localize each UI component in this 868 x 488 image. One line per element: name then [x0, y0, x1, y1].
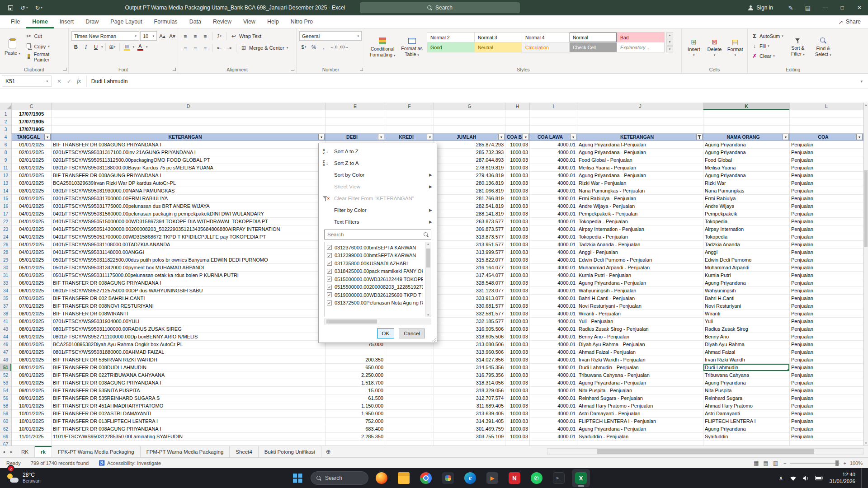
cell-I28[interactable]: 4000.01	[530, 249, 577, 256]
bold-button[interactable]: B	[71, 42, 80, 52]
cell-G58[interactable]: 311.689.405	[434, 402, 505, 410]
row-header-62[interactable]: 62	[0, 425, 12, 433]
row-header-3[interactable]: 3	[0, 126, 12, 133]
cell-L41[interactable]: Penjualan	[790, 318, 863, 325]
cell-K59[interactable]: Astri Damayanti	[703, 410, 790, 418]
cell-K44[interactable]: Benny Ario	[703, 333, 790, 341]
cell-L17[interactable]: Penjualan	[790, 210, 863, 218]
menu-item-sort-a-to-z[interactable]: AZ↓Sort A to Z	[319, 145, 437, 157]
maximize-button[interactable]: □	[834, 0, 851, 15]
filter-value-item[interactable]: ✓0318425000.00pack mamikeki FANY OK	[327, 267, 423, 276]
menu-item-sort-z-to-a[interactable]: ZA↓Sort Z to A	[319, 157, 437, 169]
row-header-60[interactable]: 60	[0, 418, 12, 425]
cell-J29[interactable]: Edwin Dedi Purnomo - Penjualan	[577, 256, 703, 264]
checkbox-checked[interactable]: ✓	[327, 292, 332, 297]
taskbar-icon-edge[interactable]: e	[461, 469, 479, 487]
cell-G29[interactable]: 315.822.077	[434, 256, 505, 264]
cell-K53[interactable]: Agung Priyandana	[703, 379, 790, 387]
cell-C43[interactable]: 08/01/2025	[12, 325, 52, 333]
taskbar-icon-media-player[interactable]: ▶	[483, 469, 501, 487]
cell-G6[interactable]: 285.874.293	[434, 141, 505, 149]
sign-in-button[interactable]: Sign in	[748, 5, 773, 11]
gallery-more-button[interactable]: ▼	[666, 46, 673, 52]
taskbar-icon-whatsapp[interactable]: ✆	[528, 469, 546, 487]
cell-I56[interactable]: 4000.01	[530, 394, 577, 402]
cell-L33[interactable]: Penjualan	[790, 279, 863, 287]
cell-L22[interactable]: Penjualan	[790, 218, 863, 225]
cell-H58[interactable]: 1000.03	[505, 402, 530, 410]
tab-home[interactable]: Home	[26, 15, 54, 28]
filter-value-item[interactable]: ✓031372500.00Pelunasan Nota Agu ng R	[327, 299, 423, 307]
cell-I30[interactable]: 4000.01	[530, 264, 577, 272]
name-box[interactable]: K51▾	[2, 75, 52, 87]
cell-I2[interactable]	[530, 118, 577, 126]
cell-H13[interactable]: 1000.03	[505, 179, 530, 187]
cell-J16[interactable]: Andre Wijaya - Penjualan	[577, 202, 703, 210]
cell-I62[interactable]: 4000.01	[530, 425, 577, 433]
cell-D14[interactable]: 0301/FTSCY/WS95031930000.00NANA PAMUNGKA…	[52, 187, 326, 195]
cell-C49[interactable]: 08/01/2025	[12, 356, 52, 364]
tab-insert[interactable]: Insert	[54, 15, 80, 28]
cell-H9[interactable]: 1000.03	[505, 156, 530, 164]
cell-J54[interactable]: Nita Puspita - Penjualan	[577, 387, 703, 394]
cell-K51[interactable]: Dudi Lahmudin	[703, 364, 790, 371]
row-header-31[interactable]: 31	[0, 272, 12, 279]
checkbox-checked[interactable]: ✓	[327, 277, 332, 282]
cell-L15[interactable]: Penjualan	[790, 195, 863, 202]
cell-G41[interactable]: 332.185.577	[434, 318, 505, 325]
filter-button[interactable]: ▾	[498, 134, 505, 140]
cell-H30[interactable]: 1000.03	[505, 264, 530, 272]
cell-D37[interactable]: BIF TRANSFER DR 008NOVI RESTURIYANI	[52, 302, 326, 310]
cell-L31[interactable]: Penjualan	[790, 272, 863, 279]
row-header-54[interactable]: 54	[0, 387, 12, 394]
tab-data[interactable]: Data	[184, 15, 207, 28]
cell-K4[interactable]: NAMA ORANG▾	[703, 133, 790, 141]
cell-L11[interactable]: Penjualan	[790, 164, 863, 172]
cell-D53[interactable]: BIF TRANSFER DR 008AGUNG PRIYANDANA I	[52, 379, 326, 387]
cell-L4[interactable]: COA▾	[790, 133, 863, 141]
new-sheet-button[interactable]: ⊕	[321, 446, 335, 457]
cell-G14[interactable]: 281.066.819	[434, 187, 505, 195]
cell-J41[interactable]: Yuli - Penjualan	[577, 318, 703, 325]
cell-H52[interactable]: 1000.03	[505, 371, 530, 379]
checkbox-checked[interactable]: ✓	[327, 245, 332, 250]
cell-K56[interactable]: Reinhard Sugara	[703, 394, 790, 402]
cell-L29[interactable]: Penjualan	[790, 256, 863, 264]
accessibility-status[interactable]: ♿Accessibility: Investigate	[99, 460, 161, 466]
cell-H8[interactable]: 1000.03	[505, 149, 530, 156]
filter-button[interactable]: ▾	[318, 134, 325, 140]
font-color-button[interactable]: A	[135, 42, 145, 52]
cell-E52[interactable]: 2.250.000	[326, 371, 385, 379]
cell-L60[interactable]: Penjualan	[790, 418, 863, 425]
cell-D34[interactable]: 0601/FTSCY/WS952712575000.00DP dus WAHYU…	[52, 287, 326, 295]
cell-J37[interactable]: Novi Resturiyani - Penjualan	[577, 302, 703, 310]
cell-E4[interactable]: DEBI▾	[326, 133, 385, 141]
checkbox-checked[interactable]: ✓	[327, 300, 332, 305]
cell-G33[interactable]: 328.548.077	[434, 279, 505, 287]
cell-C8[interactable]: 02/01/2025	[12, 149, 52, 156]
close-button[interactable]: ✕	[851, 0, 868, 15]
row-header-6[interactable]: 6	[0, 141, 12, 149]
cell-G66[interactable]: 303.755.109	[434, 433, 505, 441]
cell-L34[interactable]: Penjualan	[790, 287, 863, 295]
cell-I34[interactable]: 4000.01	[530, 287, 577, 295]
cell-C6[interactable]: 01/01/2025	[12, 141, 52, 149]
row-header-66[interactable]: 66	[0, 433, 12, 441]
cell-C58[interactable]: 10/01/2025	[12, 402, 52, 410]
cell-L58[interactable]: Penjualan	[790, 402, 863, 410]
cell-I37[interactable]: 4000.01	[530, 302, 577, 310]
cell-style-normal-4[interactable]: Normal 4	[522, 33, 569, 42]
cell-style-check-cell[interactable]: Check Cell	[570, 42, 617, 52]
wrap-text-button[interactable]: ↩Wrap Text	[229, 31, 263, 41]
cell-L43[interactable]: Penjualan	[790, 325, 863, 333]
cell-L9[interactable]: Penjualan	[790, 156, 863, 164]
cell-G56[interactable]: 312.707.574	[434, 394, 505, 402]
cell-J52[interactable]: Tribuwana Cahyana - Penjualan	[577, 371, 703, 379]
cell-H67[interactable]	[505, 441, 530, 446]
cell-H17[interactable]: 1000.03	[505, 210, 530, 218]
cell-H26[interactable]: 1000.03	[505, 241, 530, 249]
filter-button[interactable]: ▾	[783, 134, 789, 140]
cell-K67[interactable]	[703, 441, 790, 446]
cell-F58[interactable]	[385, 402, 434, 410]
sort-filter-button[interactable]: Sort &Filter ▾	[786, 31, 810, 64]
